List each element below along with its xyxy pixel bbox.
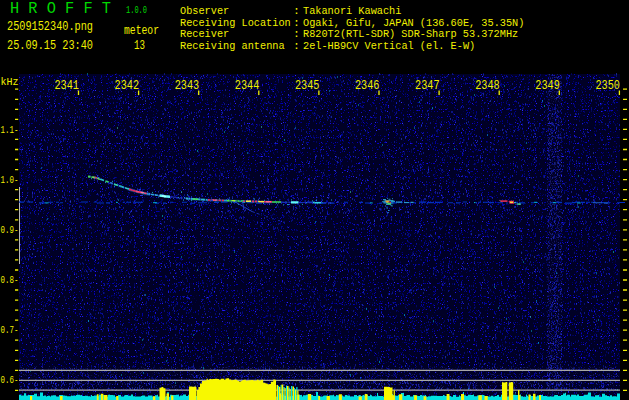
svg-text:1.0-: 1.0- xyxy=(1,174,19,186)
svg-text:0.8-: 0.8- xyxy=(1,274,19,286)
svg-text:13: 13 xyxy=(134,38,145,53)
svg-text::: : xyxy=(293,39,300,52)
svg-text:2509152340.png: 2509152340.png xyxy=(7,19,93,34)
svg-text:2347: 2347 xyxy=(415,79,440,93)
svg-text:meteor: meteor xyxy=(124,23,159,38)
svg-text:0.9-: 0.9- xyxy=(1,224,19,236)
svg-text:H R O F F T: H R O F F T xyxy=(10,0,111,18)
svg-text:2348: 2348 xyxy=(475,79,500,93)
svg-text:0.6-: 0.6- xyxy=(1,374,19,386)
svg-text:2342: 2342 xyxy=(115,79,140,93)
svg-text:2350: 2350 xyxy=(595,79,620,93)
svg-text:2el-HB9CV Vertical (el. E-W): 2el-HB9CV Vertical (el. E-W) xyxy=(303,39,475,52)
svg-text:2346: 2346 xyxy=(355,79,380,93)
svg-text:25.09.15 23:40: 25.09.15 23:40 xyxy=(7,38,93,53)
svg-text:0.7-: 0.7- xyxy=(1,324,19,336)
svg-text:2345: 2345 xyxy=(295,79,320,93)
svg-text:2349: 2349 xyxy=(535,79,560,93)
svg-text:1.1-: 1.1- xyxy=(1,124,19,136)
svg-text:2344: 2344 xyxy=(235,79,259,93)
svg-text:1.0.0: 1.0.0 xyxy=(126,5,147,16)
svg-text:2341: 2341 xyxy=(55,79,80,93)
svg-text:kHz: kHz xyxy=(1,75,19,88)
svg-text:2343: 2343 xyxy=(175,79,200,93)
svg-text:Receiving antenna: Receiving antenna xyxy=(180,39,285,52)
